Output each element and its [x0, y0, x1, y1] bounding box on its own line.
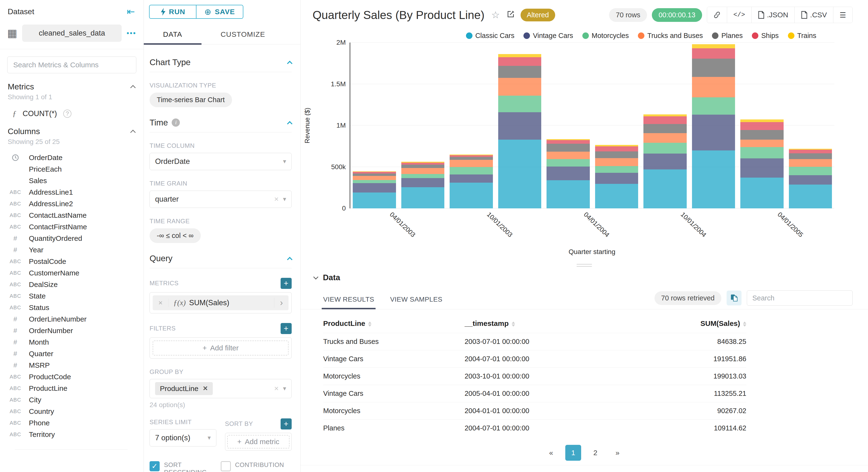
tab-view-samples[interactable]: VIEW SAMPLES — [390, 295, 442, 309]
bar-segment-ships[interactable] — [498, 57, 541, 66]
bar-segment-motorcycles[interactable] — [450, 167, 493, 175]
bar-segment-classic-cars[interactable] — [789, 185, 832, 208]
bar-segment-trucks-and-buses[interactable] — [789, 159, 832, 167]
legend-item[interactable]: Vintage Cars — [523, 32, 573, 40]
altered-badge[interactable]: Altered — [521, 9, 555, 21]
save-button[interactable]: ⊕ SAVE — [196, 5, 243, 18]
bar-2003-07-01[interactable] — [450, 42, 493, 208]
export-json-button[interactable]: .JSON — [752, 7, 795, 23]
time-column-select[interactable]: OrderDate ▾ — [150, 153, 292, 170]
bar-segment-planes[interactable] — [692, 59, 735, 77]
column-item[interactable]: ABCPhone — [8, 417, 135, 429]
bar-segment-trucks-and-buses[interactable] — [547, 152, 590, 159]
panel-resize-handle[interactable] — [301, 264, 868, 267]
tab-customize[interactable]: CUSTOMIZE — [202, 25, 284, 44]
group-by-select[interactable]: ProductLine ✕ × ▾ — [150, 379, 292, 398]
column-item[interactable]: #Quarter — [8, 348, 135, 359]
column-item[interactable]: ABCAddressLine1 — [8, 187, 135, 198]
bar-segment-trains[interactable] — [498, 54, 541, 57]
column-item[interactable]: #Year — [8, 244, 135, 256]
contribution-checkbox[interactable]: CONTRIBUTION — [221, 461, 292, 472]
table-search-input[interactable] — [747, 290, 852, 306]
embed-code-button[interactable]: </> — [727, 7, 752, 23]
column-item[interactable]: #OrderLineNumber — [8, 313, 135, 325]
menu-icon[interactable]: ☰ — [833, 7, 852, 23]
bar-segment-trains[interactable] — [644, 115, 687, 116]
bar-segment-vintage-cars[interactable] — [450, 175, 493, 183]
bar-segment-planes[interactable] — [401, 165, 444, 168]
bar-segment-planes[interactable] — [644, 124, 687, 133]
bar-2004-04-01[interactable] — [595, 42, 639, 208]
column-item[interactable]: PriceEach — [8, 163, 135, 175]
search-metrics-columns-input[interactable] — [7, 57, 136, 73]
page-button-2[interactable]: 2 — [587, 445, 603, 461]
bar-segment-trucks-and-buses[interactable] — [498, 78, 541, 96]
clear-icon[interactable]: × — [274, 195, 279, 203]
bar-segment-trucks-and-buses[interactable] — [353, 176, 396, 180]
column-header-SUM(Sales)[interactable]: SUM(Sales) — [629, 316, 746, 333]
bar-segment-classic-cars[interactable] — [692, 151, 735, 209]
bar-segment-vintage-cars[interactable] — [692, 115, 735, 150]
page-button-1[interactable]: 1 — [565, 445, 581, 461]
column-item[interactable]: #Month — [8, 337, 135, 348]
bar-segment-ships[interactable] — [644, 116, 687, 124]
column-item[interactable]: #QuantityOrdered — [8, 233, 135, 244]
bar-segment-motorcycles[interactable] — [644, 143, 687, 154]
run-button[interactable]: RUN — [150, 5, 196, 18]
bar-segment-classic-cars[interactable] — [498, 139, 541, 208]
column-item[interactable]: ABCProductLine — [8, 383, 135, 394]
column-item[interactable]: ABCCountry — [8, 406, 135, 417]
help-icon[interactable]: ? — [63, 109, 71, 118]
time-collapse-icon[interactable] — [287, 121, 292, 126]
bar-segment-trucks-and-buses[interactable] — [740, 139, 784, 147]
bar-segment-classic-cars[interactable] — [547, 180, 590, 208]
dataset-name[interactable]: cleaned_sales_data — [22, 25, 122, 42]
column-item[interactable]: ABCStatus — [8, 302, 135, 313]
bar-segment-classic-cars[interactable] — [740, 178, 784, 208]
bar-segment-classic-cars[interactable] — [353, 192, 396, 208]
legend-item[interactable]: Planes — [712, 32, 743, 40]
bar-segment-vintage-cars[interactable] — [789, 175, 832, 185]
legend-item[interactable]: Trains — [788, 32, 816, 40]
bar-segment-planes[interactable] — [498, 66, 541, 78]
metric-chip[interactable]: × ƒ(x)SUM(Sales) › — [153, 295, 288, 310]
column-item[interactable]: ABCState — [8, 290, 135, 302]
column-item[interactable]: ABCCustomerName — [8, 267, 135, 279]
legend-item[interactable]: Motorcycles — [582, 32, 629, 40]
bar-2005-04-01[interactable] — [789, 42, 832, 208]
bar-segment-motorcycles[interactable] — [498, 96, 541, 112]
bar-2004-01-01[interactable] — [547, 42, 590, 208]
sort-descending-checkbox[interactable]: ✓ SORT DESCENDING — [150, 461, 221, 472]
bar-segment-trucks-and-buses[interactable] — [595, 158, 639, 166]
time-range-pill[interactable]: -∞ ≤ col < ∞ — [150, 228, 201, 243]
legend-item[interactable]: Classic Cars — [466, 32, 515, 40]
controls-scroll[interactable]: Chart Type VISUALIZATION TYPE Time-serie… — [144, 44, 300, 472]
columns-collapse-icon[interactable] — [130, 129, 136, 135]
column-item[interactable]: ABCAddressLine2 — [8, 198, 135, 210]
column-item[interactable]: OrderDate — [8, 152, 135, 163]
metric-item[interactable]: ƒ COUNT(*) ? — [8, 101, 135, 120]
column-item[interactable]: ABCContactFirstName — [8, 221, 135, 233]
bar-segment-motorcycles[interactable] — [401, 174, 444, 178]
column-item[interactable]: ABCCity — [8, 394, 135, 406]
bar-segment-ships[interactable] — [353, 172, 396, 174]
bar-segment-ships[interactable] — [450, 155, 493, 157]
bar-segment-ships[interactable] — [789, 150, 832, 153]
remove-chip-icon[interactable]: ✕ — [203, 385, 208, 392]
column-item[interactable]: ABCPostalCode — [8, 256, 135, 267]
column-item[interactable]: #MSRP — [8, 359, 135, 371]
bar-2005-01-01[interactable] — [740, 42, 784, 208]
bar-segment-trains[interactable] — [740, 120, 784, 122]
column-item[interactable]: ABCContactLastName — [8, 210, 135, 221]
copy-data-button[interactable] — [726, 290, 742, 306]
bar-segment-ships[interactable] — [692, 48, 735, 59]
column-item[interactable]: ABCTerritory — [8, 429, 135, 440]
column-item[interactable]: Sales — [8, 175, 135, 187]
bar-segment-classic-cars[interactable] — [644, 169, 687, 208]
data-collapse-icon[interactable] — [313, 274, 318, 279]
checkbox-checked-icon[interactable]: ✓ — [150, 461, 160, 471]
bar-segment-planes[interactable] — [353, 174, 396, 176]
checkbox-unchecked-icon[interactable] — [221, 461, 231, 471]
bar-segment-vintage-cars[interactable] — [401, 178, 444, 187]
star-icon[interactable]: ☆ — [491, 9, 500, 21]
